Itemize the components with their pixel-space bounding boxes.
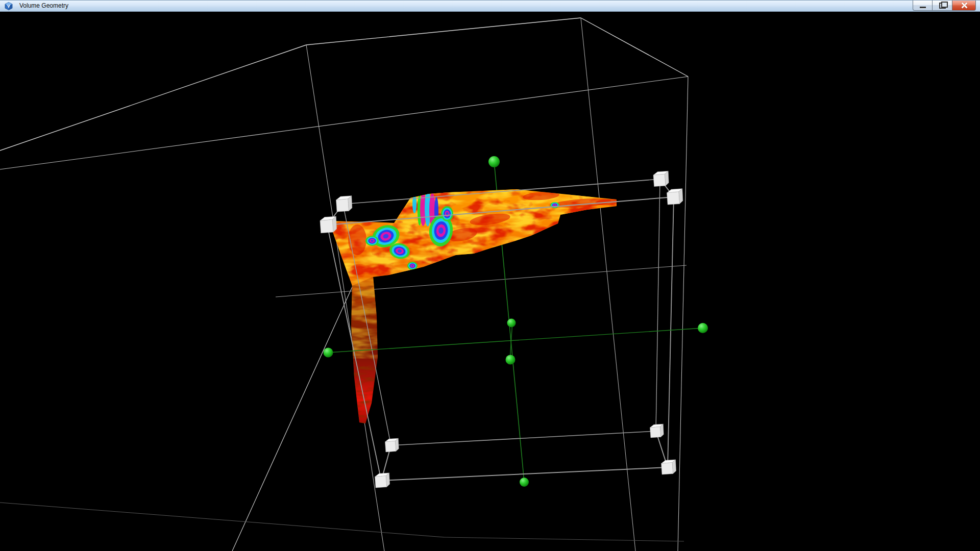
application-window: Volume Geometry — [0, 0, 980, 551]
window-controls — [913, 1, 976, 11]
sphere-handle[interactable] — [488, 156, 500, 167]
close-button[interactable] — [952, 1, 976, 11]
window-titlebar[interactable]: Volume Geometry — [0, 0, 980, 12]
sphere-handle[interactable] — [507, 319, 516, 328]
cube-handle[interactable] — [667, 189, 683, 205]
sphere-handle[interactable] — [506, 355, 516, 365]
minimize-button[interactable] — [913, 1, 933, 11]
cube-handle[interactable] — [375, 473, 390, 488]
restore-icon — [933, 1, 952, 10]
3d-viewport[interactable] — [0, 0, 980, 551]
cube-handle[interactable] — [320, 216, 336, 233]
close-icon — [952, 1, 975, 10]
volume-scene — [0, 0, 980, 551]
app-icon — [5, 2, 13, 10]
sphere-handle[interactable] — [324, 348, 333, 358]
sphere-handle[interactable] — [698, 323, 708, 333]
cube-handle[interactable] — [650, 424, 664, 438]
cube-handle[interactable] — [385, 438, 399, 452]
cube-handle[interactable] — [653, 171, 669, 186]
sphere-handle[interactable] — [520, 478, 529, 487]
window-title: Volume Geometry — [19, 2, 68, 9]
cube-handle[interactable] — [662, 460, 676, 474]
cube-handle[interactable] — [336, 196, 352, 212]
restore-button[interactable] — [933, 1, 952, 11]
minimize-icon — [913, 1, 932, 10]
